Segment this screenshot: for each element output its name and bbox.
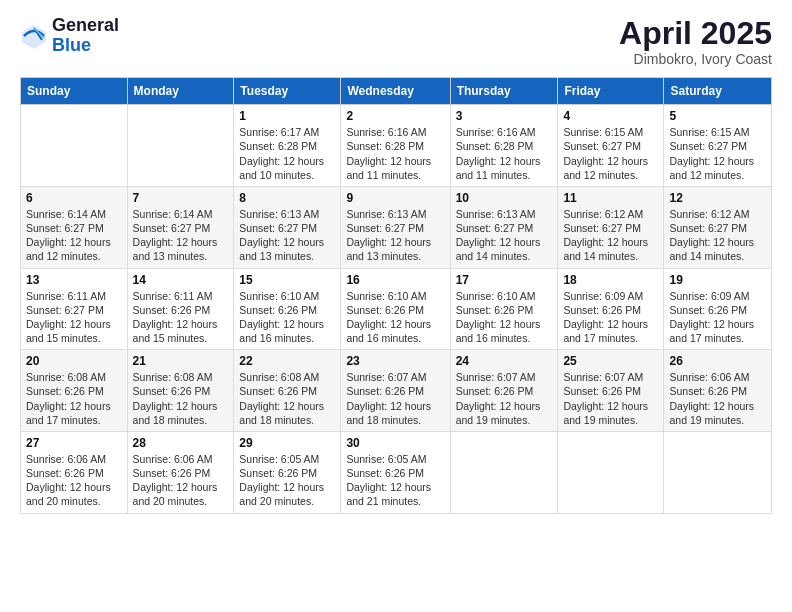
day-info: Sunrise: 6:07 AM Sunset: 6:26 PM Dayligh… — [563, 370, 658, 427]
table-row: 19Sunrise: 6:09 AM Sunset: 6:26 PM Dayli… — [664, 268, 772, 350]
table-row: 28Sunrise: 6:06 AM Sunset: 6:26 PM Dayli… — [127, 431, 234, 513]
calendar-header-row: Sunday Monday Tuesday Wednesday Thursday… — [21, 78, 772, 105]
day-number: 4 — [563, 109, 658, 123]
table-row: 4Sunrise: 6:15 AM Sunset: 6:27 PM Daylig… — [558, 105, 664, 187]
day-number: 19 — [669, 273, 766, 287]
month-title: April 2025 — [619, 16, 772, 51]
day-info: Sunrise: 6:16 AM Sunset: 6:28 PM Dayligh… — [346, 125, 444, 182]
day-info: Sunrise: 6:06 AM Sunset: 6:26 PM Dayligh… — [669, 370, 766, 427]
logo-blue-text: Blue — [52, 36, 119, 56]
day-number: 27 — [26, 436, 122, 450]
day-number: 13 — [26, 273, 122, 287]
day-number: 21 — [133, 354, 229, 368]
day-info: Sunrise: 6:11 AM Sunset: 6:26 PM Dayligh… — [133, 289, 229, 346]
calendar-week-row: 6Sunrise: 6:14 AM Sunset: 6:27 PM Daylig… — [21, 186, 772, 268]
table-row: 21Sunrise: 6:08 AM Sunset: 6:26 PM Dayli… — [127, 350, 234, 432]
day-number: 9 — [346, 191, 444, 205]
table-row — [558, 431, 664, 513]
calendar-week-row: 13Sunrise: 6:11 AM Sunset: 6:27 PM Dayli… — [21, 268, 772, 350]
day-number: 1 — [239, 109, 335, 123]
day-info: Sunrise: 6:13 AM Sunset: 6:27 PM Dayligh… — [239, 207, 335, 264]
day-number: 8 — [239, 191, 335, 205]
day-number: 24 — [456, 354, 553, 368]
col-saturday: Saturday — [664, 78, 772, 105]
day-info: Sunrise: 6:12 AM Sunset: 6:27 PM Dayligh… — [669, 207, 766, 264]
table-row: 18Sunrise: 6:09 AM Sunset: 6:26 PM Dayli… — [558, 268, 664, 350]
day-number: 28 — [133, 436, 229, 450]
day-info: Sunrise: 6:05 AM Sunset: 6:26 PM Dayligh… — [239, 452, 335, 509]
day-number: 30 — [346, 436, 444, 450]
table-row: 8Sunrise: 6:13 AM Sunset: 6:27 PM Daylig… — [234, 186, 341, 268]
location: Dimbokro, Ivory Coast — [619, 51, 772, 67]
table-row: 11Sunrise: 6:12 AM Sunset: 6:27 PM Dayli… — [558, 186, 664, 268]
day-info: Sunrise: 6:15 AM Sunset: 6:27 PM Dayligh… — [563, 125, 658, 182]
table-row: 27Sunrise: 6:06 AM Sunset: 6:26 PM Dayli… — [21, 431, 128, 513]
table-row: 26Sunrise: 6:06 AM Sunset: 6:26 PM Dayli… — [664, 350, 772, 432]
day-info: Sunrise: 6:13 AM Sunset: 6:27 PM Dayligh… — [346, 207, 444, 264]
day-info: Sunrise: 6:09 AM Sunset: 6:26 PM Dayligh… — [669, 289, 766, 346]
table-row: 23Sunrise: 6:07 AM Sunset: 6:26 PM Dayli… — [341, 350, 450, 432]
table-row: 6Sunrise: 6:14 AM Sunset: 6:27 PM Daylig… — [21, 186, 128, 268]
day-info: Sunrise: 6:09 AM Sunset: 6:26 PM Dayligh… — [563, 289, 658, 346]
table-row: 3Sunrise: 6:16 AM Sunset: 6:28 PM Daylig… — [450, 105, 558, 187]
calendar-week-row: 20Sunrise: 6:08 AM Sunset: 6:26 PM Dayli… — [21, 350, 772, 432]
table-row: 14Sunrise: 6:11 AM Sunset: 6:26 PM Dayli… — [127, 268, 234, 350]
day-info: Sunrise: 6:10 AM Sunset: 6:26 PM Dayligh… — [456, 289, 553, 346]
table-row: 9Sunrise: 6:13 AM Sunset: 6:27 PM Daylig… — [341, 186, 450, 268]
day-number: 22 — [239, 354, 335, 368]
page: General Blue April 2025 Dimbokro, Ivory … — [0, 0, 792, 612]
day-info: Sunrise: 6:17 AM Sunset: 6:28 PM Dayligh… — [239, 125, 335, 182]
table-row: 13Sunrise: 6:11 AM Sunset: 6:27 PM Dayli… — [21, 268, 128, 350]
table-row: 20Sunrise: 6:08 AM Sunset: 6:26 PM Dayli… — [21, 350, 128, 432]
table-row: 12Sunrise: 6:12 AM Sunset: 6:27 PM Dayli… — [664, 186, 772, 268]
day-number: 2 — [346, 109, 444, 123]
table-row: 25Sunrise: 6:07 AM Sunset: 6:26 PM Dayli… — [558, 350, 664, 432]
logo-text: General Blue — [52, 16, 119, 56]
table-row: 24Sunrise: 6:07 AM Sunset: 6:26 PM Dayli… — [450, 350, 558, 432]
table-row: 7Sunrise: 6:14 AM Sunset: 6:27 PM Daylig… — [127, 186, 234, 268]
table-row — [21, 105, 128, 187]
day-info: Sunrise: 6:10 AM Sunset: 6:26 PM Dayligh… — [346, 289, 444, 346]
day-info: Sunrise: 6:12 AM Sunset: 6:27 PM Dayligh… — [563, 207, 658, 264]
day-number: 26 — [669, 354, 766, 368]
day-info: Sunrise: 6:10 AM Sunset: 6:26 PM Dayligh… — [239, 289, 335, 346]
day-number: 25 — [563, 354, 658, 368]
day-info: Sunrise: 6:14 AM Sunset: 6:27 PM Dayligh… — [133, 207, 229, 264]
table-row: 1Sunrise: 6:17 AM Sunset: 6:28 PM Daylig… — [234, 105, 341, 187]
calendar-table: Sunday Monday Tuesday Wednesday Thursday… — [20, 77, 772, 513]
day-number: 12 — [669, 191, 766, 205]
table-row: 2Sunrise: 6:16 AM Sunset: 6:28 PM Daylig… — [341, 105, 450, 187]
day-info: Sunrise: 6:14 AM Sunset: 6:27 PM Dayligh… — [26, 207, 122, 264]
table-row: 22Sunrise: 6:08 AM Sunset: 6:26 PM Dayli… — [234, 350, 341, 432]
day-info: Sunrise: 6:06 AM Sunset: 6:26 PM Dayligh… — [133, 452, 229, 509]
table-row: 15Sunrise: 6:10 AM Sunset: 6:26 PM Dayli… — [234, 268, 341, 350]
day-number: 15 — [239, 273, 335, 287]
day-info: Sunrise: 6:05 AM Sunset: 6:26 PM Dayligh… — [346, 452, 444, 509]
day-number: 23 — [346, 354, 444, 368]
day-info: Sunrise: 6:11 AM Sunset: 6:27 PM Dayligh… — [26, 289, 122, 346]
logo-icon — [20, 22, 48, 50]
calendar-week-row: 27Sunrise: 6:06 AM Sunset: 6:26 PM Dayli… — [21, 431, 772, 513]
day-info: Sunrise: 6:06 AM Sunset: 6:26 PM Dayligh… — [26, 452, 122, 509]
table-row — [450, 431, 558, 513]
day-number: 10 — [456, 191, 553, 205]
day-info: Sunrise: 6:08 AM Sunset: 6:26 PM Dayligh… — [239, 370, 335, 427]
table-row — [664, 431, 772, 513]
day-info: Sunrise: 6:13 AM Sunset: 6:27 PM Dayligh… — [456, 207, 553, 264]
header: General Blue April 2025 Dimbokro, Ivory … — [20, 16, 772, 67]
day-number: 14 — [133, 273, 229, 287]
table-row: 30Sunrise: 6:05 AM Sunset: 6:26 PM Dayli… — [341, 431, 450, 513]
day-number: 16 — [346, 273, 444, 287]
day-number: 18 — [563, 273, 658, 287]
day-info: Sunrise: 6:15 AM Sunset: 6:27 PM Dayligh… — [669, 125, 766, 182]
calendar-week-row: 1Sunrise: 6:17 AM Sunset: 6:28 PM Daylig… — [21, 105, 772, 187]
col-monday: Monday — [127, 78, 234, 105]
table-row: 29Sunrise: 6:05 AM Sunset: 6:26 PM Dayli… — [234, 431, 341, 513]
col-sunday: Sunday — [21, 78, 128, 105]
calendar-body: 1Sunrise: 6:17 AM Sunset: 6:28 PM Daylig… — [21, 105, 772, 513]
day-number: 6 — [26, 191, 122, 205]
logo: General Blue — [20, 16, 119, 56]
day-number: 17 — [456, 273, 553, 287]
day-info: Sunrise: 6:07 AM Sunset: 6:26 PM Dayligh… — [346, 370, 444, 427]
day-info: Sunrise: 6:16 AM Sunset: 6:28 PM Dayligh… — [456, 125, 553, 182]
